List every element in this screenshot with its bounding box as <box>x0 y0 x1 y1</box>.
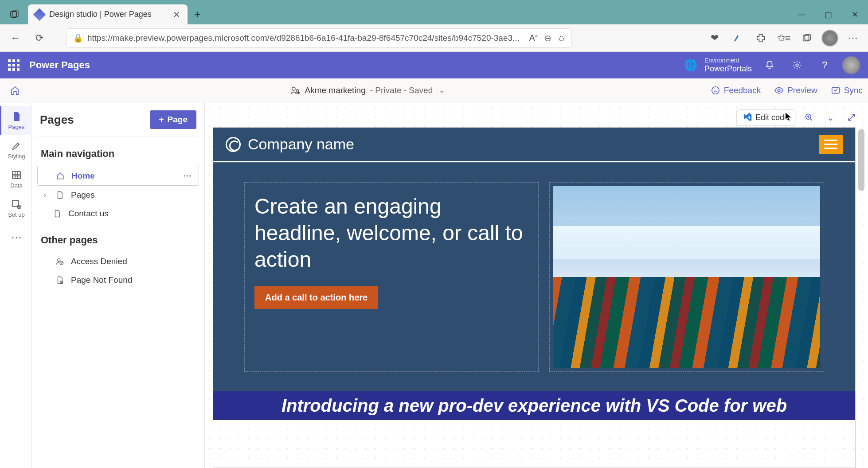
preview-button[interactable]: Preview <box>774 86 817 95</box>
brush-icon <box>11 140 22 151</box>
browser-refresh-icon[interactable]: ⟳ <box>29 28 50 48</box>
reading-mode-icon[interactable]: A» <box>529 33 538 43</box>
zoom-in-icon[interactable] <box>802 110 817 125</box>
canvas-scrollbar[interactable] <box>858 127 864 468</box>
site-header[interactable]: Company name <box>213 128 855 162</box>
site-status: - Private - Saved <box>370 86 433 95</box>
environment-picker[interactable]: Environment PowerPortals <box>704 57 752 74</box>
vscode-icon <box>743 113 753 122</box>
hero-title[interactable]: Create an engaging headline, welcome, or… <box>254 193 528 273</box>
site-name: Akme marketing <box>305 86 365 95</box>
favorite-icon[interactable]: ✩ <box>558 33 565 43</box>
rail-pages-label: Pages <box>8 124 25 130</box>
scrollbar-thumb[interactable] <box>858 129 864 191</box>
nav-item-pages[interactable]: › Pages <box>37 186 199 204</box>
zoom-dropdown-icon[interactable]: ⌄ <box>823 110 838 125</box>
app-name: Power Pages <box>29 59 90 71</box>
browser-tab[interactable]: Design studio | Power Pages ✕ <box>28 4 188 24</box>
favorites-bar-icon[interactable]: ✩≡ <box>774 28 794 48</box>
svg-point-6 <box>296 90 299 92</box>
chevron-right-icon[interactable]: › <box>43 190 51 200</box>
app-launcher-icon[interactable] <box>8 59 20 71</box>
more-icon: ⋯ <box>11 231 22 244</box>
home-icon[interactable] <box>5 81 25 100</box>
nav-item-label: Home <box>71 171 95 181</box>
ext-heart-icon[interactable]: ❤ <box>705 28 724 48</box>
rail-data[interactable]: Data <box>0 164 32 194</box>
edit-code-label: Edit code <box>755 113 789 122</box>
svg-point-14 <box>58 259 60 261</box>
hamburger-menu-icon[interactable] <box>819 135 843 154</box>
site-logo-icon <box>226 137 241 152</box>
rail-styling-label: Styling <box>8 153 25 160</box>
collections-icon[interactable] <box>797 28 817 48</box>
nav-item-more-icon[interactable]: ⋯ <box>183 171 192 181</box>
notifications-icon[interactable] <box>760 55 779 75</box>
add-page-button[interactable]: + Page <box>150 110 196 129</box>
nav-item-label: Pages <box>71 190 95 200</box>
rail-styling[interactable]: Styling <box>0 135 32 164</box>
rail-more[interactable]: ⋯ <box>0 223 32 252</box>
cta-button[interactable]: Add a call to action here <box>254 286 378 309</box>
settings-icon[interactable] <box>787 55 807 75</box>
nav-item-access-denied[interactable]: Access Denied <box>37 252 199 271</box>
extensions-icon[interactable] <box>751 28 770 48</box>
svg-point-7 <box>298 92 300 94</box>
main-nav-heading: Main navigation <box>41 148 199 160</box>
feedback-button[interactable]: Feedback <box>711 86 761 95</box>
company-name[interactable]: Company name <box>248 136 354 153</box>
add-page-label: Page <box>168 115 188 125</box>
help-icon[interactable]: ? <box>815 55 834 75</box>
edit-code-button[interactable]: Edit code <box>736 109 795 125</box>
page-error-icon <box>56 276 66 284</box>
nav-item-label: Access Denied <box>71 257 127 266</box>
rail-data-label: Data <box>10 182 22 189</box>
expand-icon[interactable] <box>844 110 859 125</box>
page-outline-icon <box>56 191 66 199</box>
side-panel-title: Pages <box>40 113 74 127</box>
rail-pages[interactable]: Pages <box>0 106 32 135</box>
environment-name: PowerPortals <box>704 64 752 74</box>
nav-item-label: Page Not Found <box>71 275 132 285</box>
feedback-label: Feedback <box>724 86 761 95</box>
browser-menu-icon[interactable]: ⋯ <box>843 28 863 48</box>
preview-label: Preview <box>787 86 817 95</box>
url-text: https://make.preview.powerpages.microsof… <box>87 33 525 43</box>
zoom-icon[interactable]: ⊖ <box>544 33 551 43</box>
nav-item-contact[interactable]: Contact us <box>37 204 199 223</box>
svg-point-4 <box>796 64 798 66</box>
window-minimize-icon[interactable]: — <box>788 4 815 24</box>
environment-label: Environment <box>704 57 752 64</box>
window-maximize-icon[interactable]: ▢ <box>815 4 841 24</box>
rail-setup-label: Set up <box>8 211 25 218</box>
sync-label: Sync <box>844 86 863 95</box>
environment-icon: 🌐 <box>684 59 697 71</box>
table-icon <box>11 170 22 180</box>
page-icon <box>11 111 22 122</box>
access-denied-icon <box>56 257 66 265</box>
tab-favicon <box>33 8 46 20</box>
sync-button[interactable]: Sync <box>831 86 863 95</box>
hero-image-block[interactable] <box>549 182 824 372</box>
url-bar[interactable]: 🔒 https://make.preview.powerpages.micros… <box>66 28 572 48</box>
plus-icon: + <box>159 115 164 125</box>
tab-actions-icon[interactable] <box>4 4 24 24</box>
hero-text-block[interactable]: Create an engaging headline, welcome, or… <box>244 182 539 372</box>
browser-profile-avatar[interactable] <box>820 28 840 48</box>
home-page-icon <box>56 172 66 180</box>
site-preview: Company name Create an engaging headline… <box>213 128 855 468</box>
svg-point-9 <box>778 89 780 92</box>
rail-setup[interactable]: Set up <box>0 194 32 223</box>
browser-back-icon[interactable]: ← <box>5 28 26 48</box>
hero-image <box>553 186 820 368</box>
nav-item-not-found[interactable]: Page Not Found <box>37 271 199 289</box>
ext-accessibility-icon[interactable] <box>728 28 747 48</box>
window-close-icon[interactable]: ✕ <box>841 4 868 24</box>
nav-item-label: Contact us <box>68 209 109 218</box>
close-tab-icon[interactable]: ✕ <box>173 9 180 20</box>
svg-point-8 <box>712 86 719 94</box>
user-avatar[interactable] <box>842 56 860 74</box>
nav-item-home[interactable]: Home ⋯ <box>37 166 199 186</box>
new-tab-button[interactable]: + <box>188 4 207 24</box>
site-picker[interactable]: Akme marketing - Private - Saved ⌄ <box>290 86 445 95</box>
